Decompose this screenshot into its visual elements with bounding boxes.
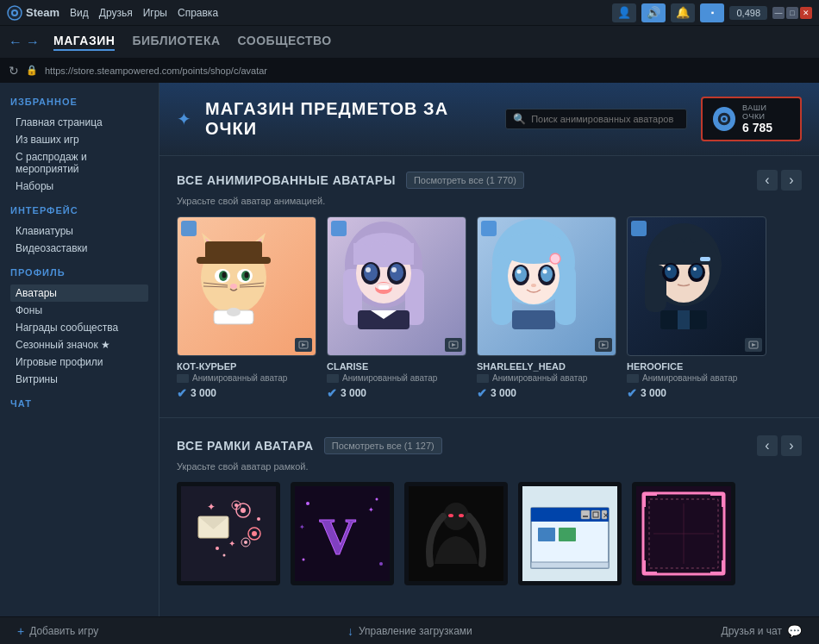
points-steam-icon	[713, 107, 736, 131]
app-title: Steam	[26, 6, 59, 19]
sidebar-item-bundles[interactable]: Наборы	[10, 178, 148, 195]
points-label: ВАШИ ОЧКИ	[742, 103, 790, 121]
manage-downloads-button[interactable]: ↓ Управление загрузками	[341, 621, 479, 641]
frame-item-2[interactable]: V V ✦ ✦	[291, 482, 394, 585]
svg-point-99	[379, 562, 383, 566]
sidebar-item-sales[interactable]: С распродаж и мероприятий	[10, 148, 148, 178]
svg-point-89	[244, 541, 247, 544]
svg-rect-127	[722, 560, 724, 574]
sharleely-anim-badge	[595, 338, 612, 352]
minimize-button[interactable]: —	[772, 7, 785, 19]
maximize-button[interactable]: □	[786, 7, 798, 19]
page-title: МАГАЗИН ПРЕДМЕТОВ ЗА ОЧКИ	[205, 99, 491, 139]
item-image-sharleely[interactable]	[477, 216, 616, 356]
section-title-avatars: ВСЕ АНИМИРОВАННЫЕ АВАТАРЫ	[177, 173, 396, 187]
svg-rect-116	[559, 528, 576, 541]
next-frames-button[interactable]: ›	[781, 435, 802, 456]
frames-grid: ✦ ✦	[177, 482, 802, 585]
item-type-icon	[177, 374, 189, 383]
clarise-anim-badge	[445, 338, 462, 352]
sidebar-item-seasonal-badge[interactable]: Сезонный значок ★	[10, 336, 148, 353]
frame-item-3[interactable]	[404, 482, 508, 585]
frame-item-4[interactable]: ✕	[518, 482, 622, 585]
svg-point-5	[722, 117, 726, 121]
menu-games[interactable]: Игры	[143, 7, 167, 19]
view-all-frames-button[interactable]: Посмотреть все (1 127)	[324, 437, 442, 454]
sidebar-item-showcases[interactable]: Витрины	[10, 371, 148, 388]
friends-chat-icon: 💬	[787, 624, 802, 638]
price-value-cat: 3 000	[191, 387, 216, 399]
sidebar-item-from-games[interactable]: Из ваших игр	[10, 131, 148, 148]
svg-text:V: V	[319, 508, 356, 565]
svg-point-38	[366, 267, 371, 272]
friends-button[interactable]: 👤	[612, 3, 636, 22]
downloads-icon: ↓	[347, 624, 353, 638]
steam-icon	[7, 5, 22, 21]
view-all-avatars-button[interactable]: Посмотреть все (1 770)	[406, 172, 524, 189]
svg-text:✕: ✕	[603, 511, 610, 520]
prev-avatars-button[interactable]: ‹	[757, 170, 778, 191]
refresh-button[interactable]: ↻	[9, 64, 19, 78]
avatar-frames-section: ВСЕ РАМКИ АВАТАРА Посмотреть все (1 127)…	[159, 422, 819, 599]
section-divider	[159, 417, 819, 418]
item-image-heroofice[interactable]	[627, 216, 766, 356]
page-header: ✦ МАГАЗИН ПРЕДМЕТОВ ЗА ОЧКИ 🔍 ВАШИ ОЧКИ …	[159, 83, 819, 156]
tab-community[interactable]: СООБЩЕСТВО	[238, 34, 332, 51]
menu-help[interactable]: Справка	[178, 7, 218, 19]
frame-item-5[interactable]	[632, 482, 735, 585]
points-info: ВАШИ ОЧКИ 6 785	[742, 103, 790, 134]
item-image-cat[interactable]	[177, 216, 316, 356]
tab-library[interactable]: БИБЛИОТЕКА	[132, 34, 220, 51]
heroofice-anim-badge	[745, 338, 762, 352]
svg-point-105	[459, 514, 464, 517]
notifications-button[interactable]: 🔔	[671, 3, 695, 22]
add-game-label: Добавить игру	[29, 625, 98, 637]
friends-chat-button[interactable]: Друзья и чат 💬	[715, 621, 809, 641]
next-avatars-button[interactable]: ›	[781, 170, 802, 191]
svg-point-83	[234, 503, 238, 507]
address-bar: ↻ 🔒 https://store.steampowered.com/point…	[0, 59, 819, 83]
sidebar-item-homepage[interactable]: Главная страница	[10, 114, 148, 131]
content-area: ✦ МАГАЗИН ПРЕДМЕТОВ ЗА ОЧКИ 🔍 ВАШИ ОЧКИ …	[159, 83, 819, 616]
price-value-clarise: 3 000	[341, 387, 366, 399]
close-button[interactable]: ✕	[800, 7, 812, 19]
svg-marker-27	[302, 343, 306, 347]
menu-friends[interactable]: Друзья	[99, 7, 133, 19]
item-type-text-sharleely: Анимированный аватар	[492, 373, 587, 383]
sidebar-item-keyboards[interactable]: Клавиатуры	[10, 222, 148, 240]
search-input[interactable]	[531, 114, 678, 124]
svg-point-55	[541, 266, 553, 282]
tab-store[interactable]: МАГАЗИН	[53, 34, 115, 51]
user-avatar[interactable]: ▪	[700, 3, 724, 22]
sidebar-item-backgrounds[interactable]: Фоны	[10, 302, 148, 319]
item-type-icon-2	[327, 374, 339, 383]
item-name-heroofice: HEROOFICE	[627, 361, 766, 372]
frame-item-1[interactable]: ✦ ✦	[177, 482, 280, 585]
address-text[interactable]: https://store.steampowered.com/points/sh…	[45, 66, 267, 76]
title-bar: Steam Вид Друзья Игры Справка 👤 🔊 🔔 ▪ 0,…	[0, 0, 819, 26]
sidebar-item-avatars[interactable]: Аватары	[10, 284, 148, 302]
svg-rect-11	[205, 241, 262, 259]
item-type-clarise: Анимированный аватар	[327, 373, 466, 383]
svg-rect-109	[581, 510, 590, 519]
svg-rect-60	[512, 310, 555, 329]
back-button[interactable]: ←	[9, 34, 22, 50]
sidebar-item-screensavers[interactable]: Видеозаставки	[10, 240, 148, 257]
volume-button[interactable]: 🔊	[641, 3, 666, 22]
svg-marker-76	[752, 343, 756, 347]
svg-rect-125	[643, 560, 646, 574]
svg-point-19	[230, 284, 237, 289]
sidebar-item-game-profiles[interactable]: Игровые профили	[10, 353, 148, 371]
add-game-button[interactable]: + Добавить игру	[10, 621, 105, 641]
menu-view[interactable]: Вид	[70, 7, 89, 19]
item-image-clarise[interactable]	[327, 216, 466, 356]
item-type-sharleely: Анимированный аватар	[477, 373, 616, 383]
svg-point-90	[216, 547, 219, 550]
item-card-cat-courier: КОТ-КУРЬЕР Анимированный аватар ✔ 3 000	[177, 216, 316, 400]
prev-frames-button[interactable]: ‹	[757, 435, 778, 456]
sidebar-item-community-awards[interactable]: Награды сообщества	[10, 319, 148, 336]
svg-point-2	[13, 11, 16, 15]
price-check-icon: ✔	[177, 386, 187, 400]
main-layout: ИЗБРАННОЕ Главная страница Из ваших игр …	[0, 83, 819, 616]
forward-button[interactable]: →	[26, 34, 40, 50]
